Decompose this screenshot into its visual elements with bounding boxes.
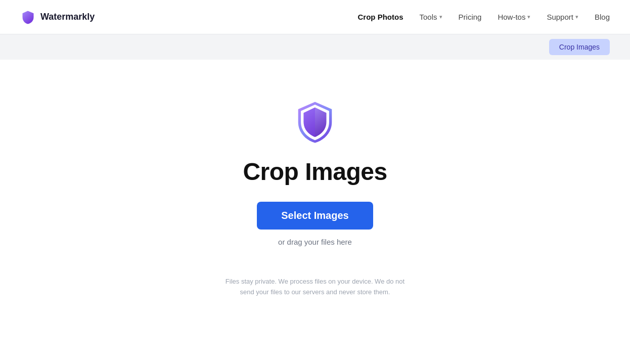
crop-images-header-button[interactable]: Crop Images: [549, 39, 610, 55]
tools-chevron-icon: ▾: [439, 14, 442, 20]
how-tos-chevron-icon: ▾: [527, 14, 530, 20]
main-content: Crop Images Select Images or drag your f…: [0, 60, 630, 328]
main-header: Watermarkly Crop Photos Tools ▾ Pricing …: [0, 0, 630, 34]
page-title: Crop Images: [243, 158, 387, 186]
nav-item-how-tos[interactable]: How-tos ▾: [498, 13, 530, 21]
drag-text: or drag your files here: [278, 238, 352, 246]
nav-item-support[interactable]: Support ▾: [547, 13, 578, 21]
brand-name: Watermarkly: [40, 12, 95, 22]
nav-item-tools[interactable]: Tools ▾: [420, 13, 442, 21]
support-chevron-icon: ▾: [575, 14, 578, 20]
privacy-text: Files stay private. We process files on …: [219, 277, 411, 298]
select-images-button[interactable]: Select Images: [257, 202, 373, 230]
nav-item-crop-photos[interactable]: Crop Photos: [358, 13, 403, 21]
shield-hero-icon: [292, 100, 338, 146]
logo-link[interactable]: Watermarkly: [20, 10, 95, 25]
nav-item-blog[interactable]: Blog: [595, 13, 610, 21]
sub-header-bar: Crop Images: [0, 34, 630, 60]
logo-icon: [20, 10, 35, 25]
nav-item-pricing[interactable]: Pricing: [459, 13, 482, 21]
main-nav: Crop Photos Tools ▾ Pricing How-tos ▾ Su…: [358, 13, 610, 21]
